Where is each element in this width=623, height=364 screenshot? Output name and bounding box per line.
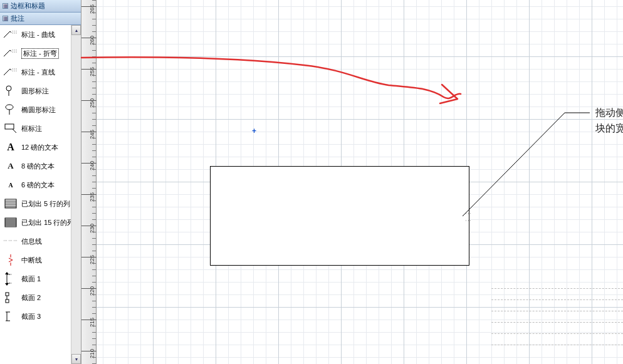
tool-text-8pt[interactable]: A 8 磅的文本 <box>0 157 71 175</box>
expand-icon: ▦ <box>3 16 8 21</box>
tool-annotation-curve[interactable]: 标注 - 曲线 <box>0 25 71 44</box>
tool-sidebar: ▦ 边框和标题 ▦ 批注 标注 - 曲线 标注 - 折弯 <box>0 0 81 364</box>
sidebar-scrollbar[interactable]: ▴ ▾ <box>71 25 81 364</box>
scroll-down-icon[interactable]: ▾ <box>71 354 81 364</box>
tool-text-12pt[interactable]: A 12 磅的文本 <box>0 138 71 157</box>
tool-label: 圆形标注 <box>21 86 49 96</box>
svg-line-20 <box>13 129 16 133</box>
tool-info-line[interactable]: 信息线 <box>0 232 71 251</box>
tool-label: 中断线 <box>21 256 42 265</box>
line-annotation-icon <box>4 66 18 78</box>
anchor-cross-icon: + <box>252 127 256 135</box>
bent-annotation-icon <box>4 48 18 59</box>
svg-rect-19 <box>5 124 14 129</box>
text-small-icon: A <box>4 179 18 190</box>
svg-line-10 <box>4 69 10 75</box>
svg-rect-45 <box>6 299 9 303</box>
tool-label: 标注 - 折弯 <box>21 48 59 59</box>
tool-list: 标注 - 曲线 标注 - 折弯 标注 - 直线 <box>0 25 71 364</box>
svg-line-0 <box>4 31 10 38</box>
svg-line-5 <box>4 50 10 56</box>
section-3-icon <box>4 311 18 322</box>
section-1-icon <box>4 273 18 284</box>
sidebar-header-annotations[interactable]: ▦ 批注 <box>0 13 81 25</box>
resize-handle[interactable]: ⋮⋮ <box>465 211 472 224</box>
break-line-icon <box>4 254 18 266</box>
tool-label: 椭圆形标注 <box>21 105 56 115</box>
tool-text-6pt[interactable]: A 6 磅的文本 <box>0 175 71 194</box>
sidebar-header-label: 边框和标题 <box>11 1 45 11</box>
rows-5-icon <box>4 198 18 209</box>
svg-line-1 <box>10 31 11 33</box>
svg-rect-43 <box>6 293 9 296</box>
section-2-icon <box>4 292 18 303</box>
tool-section-1[interactable]: 截面 1 <box>0 269 71 288</box>
circle-annotation-icon <box>4 85 18 96</box>
expand-icon: ▦ <box>3 3 8 9</box>
svg-point-15 <box>6 86 11 91</box>
tool-label: 已划出 15 行的列 <box>21 219 74 226</box>
info-line-icon <box>4 236 18 247</box>
tool-frame-annotation[interactable]: 框标注 <box>0 119 71 138</box>
frame-annotation-icon <box>4 123 18 134</box>
tool-label: 标注 - 曲线 <box>21 30 55 39</box>
svg-marker-40 <box>5 283 9 286</box>
text-large-icon: A <box>4 142 18 153</box>
scroll-up-icon[interactable]: ▴ <box>71 25 81 35</box>
svg-point-17 <box>6 105 13 110</box>
tool-label: 框标注 <box>21 124 42 133</box>
tool-section-2[interactable]: 截面 2 <box>0 288 71 307</box>
tool-rows-5[interactable]: 已划出 5 行的列 <box>0 194 71 213</box>
text-block-shape[interactable] <box>210 166 469 266</box>
tool-label: 信息线 <box>21 237 42 246</box>
tool-label: 已划出 5 行的列 <box>21 200 70 207</box>
svg-line-6 <box>10 50 11 51</box>
vertical-ruler: 265 260 255 250 245 240 235 230 225 220 … <box>81 0 97 364</box>
tool-label: 截面 2 <box>21 293 41 303</box>
tool-section-3[interactable]: 截面 3 <box>0 307 71 326</box>
tool-label: 截面 1 <box>21 274 41 284</box>
tool-label: 6 磅的文本 <box>21 180 55 190</box>
guide-dashes <box>491 288 623 356</box>
svg-line-11 <box>10 69 11 70</box>
tool-label: 截面 3 <box>21 312 41 321</box>
drawing-canvas[interactable]: 265 260 255 250 245 240 235 230 225 220 … <box>81 0 623 364</box>
tool-label: 标注 - 直线 <box>21 68 55 77</box>
ellipse-annotation-icon <box>4 104 18 115</box>
tool-annotation-bent[interactable]: 标注 - 折弯 <box>0 44 71 63</box>
tool-annotation-line[interactable]: 标注 - 直线 <box>0 63 71 81</box>
callout-text[interactable]: 拖动侧边手柄更改文本块的宽度。 <box>595 105 623 137</box>
rows-15-icon <box>4 217 18 228</box>
tool-label: 8 磅的文本 <box>21 162 55 171</box>
tool-label: 12 磅的文本 <box>21 143 58 152</box>
tool-rows-15[interactable]: 已划出 15 行的列 <box>0 213 71 232</box>
tool-break-line[interactable]: 中断线 <box>0 251 71 269</box>
text-medium-icon: A <box>4 160 18 172</box>
curve-annotation-icon <box>4 29 18 40</box>
svg-marker-39 <box>5 272 9 274</box>
sidebar-header-label: 批注 <box>11 14 24 23</box>
tool-ellipse-annotation[interactable]: 椭圆形标注 <box>0 100 71 119</box>
tool-circle-annotation[interactable]: 圆形标注 <box>0 81 71 100</box>
sidebar-header-borders-titles[interactable]: ▦ 边框和标题 <box>0 0 81 13</box>
